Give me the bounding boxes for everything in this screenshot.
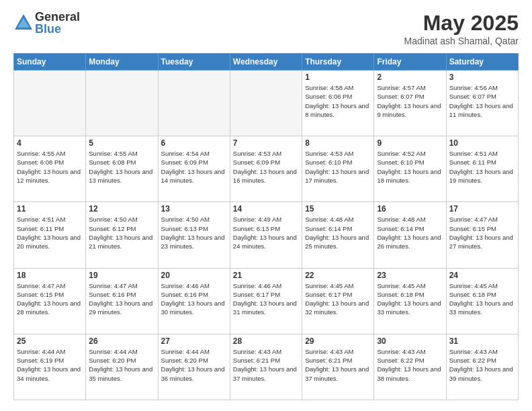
calendar-cell	[14, 71, 86, 136]
calendar-cell: 29Sunrise: 4:43 AM Sunset: 6:21 PM Dayli…	[302, 334, 374, 400]
day-info: Sunrise: 4:52 AM Sunset: 6:10 PM Dayligh…	[377, 149, 443, 185]
logo-icon	[13, 13, 34, 33]
calendar-cell: 23Sunrise: 4:45 AM Sunset: 6:18 PM Dayli…	[374, 268, 446, 334]
day-info: Sunrise: 4:55 AM Sunset: 6:08 PM Dayligh…	[17, 149, 83, 185]
day-number: 31	[449, 336, 515, 346]
day-number: 8	[305, 138, 371, 148]
day-info: Sunrise: 4:44 AM Sunset: 6:19 PM Dayligh…	[17, 347, 83, 383]
calendar-cell: 14Sunrise: 4:49 AM Sunset: 6:13 PM Dayli…	[230, 202, 302, 268]
calendar-week-3: 11Sunrise: 4:51 AM Sunset: 6:11 PM Dayli…	[14, 202, 519, 268]
calendar-cell: 4Sunrise: 4:55 AM Sunset: 6:08 PM Daylig…	[14, 136, 86, 202]
calendar-cell: 12Sunrise: 4:50 AM Sunset: 6:12 PM Dayli…	[86, 202, 158, 268]
day-number: 22	[305, 271, 371, 280]
calendar-week-2: 4Sunrise: 4:55 AM Sunset: 6:08 PM Daylig…	[14, 136, 519, 202]
day-info: Sunrise: 4:54 AM Sunset: 6:09 PM Dayligh…	[161, 149, 227, 185]
day-info: Sunrise: 4:57 AM Sunset: 6:07 PM Dayligh…	[377, 83, 443, 119]
day-info: Sunrise: 4:51 AM Sunset: 6:11 PM Dayligh…	[17, 215, 83, 250]
day-number: 13	[161, 204, 227, 214]
day-number: 14	[233, 204, 299, 214]
day-number: 30	[377, 336, 443, 346]
day-info: Sunrise: 4:49 AM Sunset: 6:13 PM Dayligh…	[233, 215, 299, 250]
day-number: 6	[161, 138, 227, 148]
day-number: 20	[161, 271, 227, 280]
calendar-header-monday: Monday	[86, 54, 158, 71]
calendar-cell	[86, 71, 158, 136]
calendar-cell: 10Sunrise: 4:51 AM Sunset: 6:11 PM Dayli…	[446, 136, 518, 202]
day-info: Sunrise: 4:50 AM Sunset: 6:12 PM Dayligh…	[89, 215, 154, 250]
header: General Blue May 2025 Madinat ash Shamal…	[13, 11, 519, 46]
calendar-cell: 24Sunrise: 4:45 AM Sunset: 6:18 PM Dayli…	[446, 268, 518, 334]
day-number: 5	[89, 138, 154, 148]
day-number: 18	[17, 271, 83, 280]
day-number: 2	[377, 73, 443, 82]
calendar-cell: 19Sunrise: 4:47 AM Sunset: 6:16 PM Dayli…	[86, 268, 158, 334]
day-info: Sunrise: 4:43 AM Sunset: 6:22 PM Dayligh…	[377, 347, 443, 383]
calendar-cell: 17Sunrise: 4:47 AM Sunset: 6:15 PM Dayli…	[446, 202, 518, 268]
calendar-cell: 5Sunrise: 4:55 AM Sunset: 6:08 PM Daylig…	[86, 136, 158, 202]
day-number: 24	[449, 271, 515, 280]
day-info: Sunrise: 4:47 AM Sunset: 6:15 PM Dayligh…	[17, 281, 83, 317]
logo-text: General Blue	[35, 11, 80, 35]
calendar-cell: 16Sunrise: 4:48 AM Sunset: 6:14 PM Dayli…	[374, 202, 446, 268]
calendar-cell: 26Sunrise: 4:44 AM Sunset: 6:20 PM Dayli…	[86, 334, 158, 400]
day-number: 29	[305, 336, 371, 346]
day-info: Sunrise: 4:48 AM Sunset: 6:14 PM Dayligh…	[377, 215, 443, 250]
page: General Blue May 2025 Madinat ash Shamal…	[0, 0, 532, 411]
day-info: Sunrise: 4:44 AM Sunset: 6:20 PM Dayligh…	[161, 347, 227, 383]
day-info: Sunrise: 4:43 AM Sunset: 6:21 PM Dayligh…	[305, 347, 371, 383]
calendar-header-friday: Friday	[374, 54, 446, 71]
logo-blue: Blue	[35, 23, 80, 35]
calendar-cell	[230, 71, 302, 136]
calendar-header-saturday: Saturday	[446, 54, 518, 71]
calendar-cell: 21Sunrise: 4:46 AM Sunset: 6:17 PM Dayli…	[230, 268, 302, 334]
calendar-header-thursday: Thursday	[302, 54, 374, 71]
calendar-cell: 6Sunrise: 4:54 AM Sunset: 6:09 PM Daylig…	[158, 136, 230, 202]
calendar-header-tuesday: Tuesday	[158, 54, 230, 71]
calendar-cell: 7Sunrise: 4:53 AM Sunset: 6:09 PM Daylig…	[230, 136, 302, 202]
calendar-week-4: 18Sunrise: 4:47 AM Sunset: 6:15 PM Dayli…	[14, 268, 519, 334]
day-info: Sunrise: 4:47 AM Sunset: 6:16 PM Dayligh…	[89, 281, 154, 317]
calendar-cell: 1Sunrise: 4:58 AM Sunset: 6:06 PM Daylig…	[302, 71, 374, 136]
day-info: Sunrise: 4:45 AM Sunset: 6:18 PM Dayligh…	[449, 281, 515, 317]
day-number: 26	[89, 336, 154, 346]
day-info: Sunrise: 4:47 AM Sunset: 6:15 PM Dayligh…	[449, 215, 515, 250]
day-info: Sunrise: 4:45 AM Sunset: 6:17 PM Dayligh…	[305, 281, 371, 317]
calendar-cell: 22Sunrise: 4:45 AM Sunset: 6:17 PM Dayli…	[302, 268, 374, 334]
day-info: Sunrise: 4:51 AM Sunset: 6:11 PM Dayligh…	[449, 149, 515, 185]
day-number: 1	[305, 73, 371, 82]
day-info: Sunrise: 4:46 AM Sunset: 6:17 PM Dayligh…	[233, 281, 299, 317]
day-number: 12	[89, 204, 154, 214]
calendar-cell: 27Sunrise: 4:44 AM Sunset: 6:20 PM Dayli…	[158, 334, 230, 400]
calendar-header-sunday: Sunday	[14, 54, 86, 71]
day-info: Sunrise: 4:53 AM Sunset: 6:09 PM Dayligh…	[233, 149, 299, 185]
calendar-cell: 9Sunrise: 4:52 AM Sunset: 6:10 PM Daylig…	[374, 136, 446, 202]
day-info: Sunrise: 4:44 AM Sunset: 6:20 PM Dayligh…	[89, 347, 154, 383]
day-number: 25	[17, 336, 83, 346]
calendar-cell: 3Sunrise: 4:56 AM Sunset: 6:07 PM Daylig…	[446, 71, 518, 136]
day-info: Sunrise: 4:53 AM Sunset: 6:10 PM Dayligh…	[305, 149, 371, 185]
calendar-cell: 11Sunrise: 4:51 AM Sunset: 6:11 PM Dayli…	[14, 202, 86, 268]
calendar-header-row: SundayMondayTuesdayWednesdayThursdayFrid…	[14, 54, 519, 71]
day-info: Sunrise: 4:55 AM Sunset: 6:08 PM Dayligh…	[89, 149, 154, 185]
day-number: 28	[233, 336, 299, 346]
calendar-header-wednesday: Wednesday	[230, 54, 302, 71]
calendar-week-1: 1Sunrise: 4:58 AM Sunset: 6:06 PM Daylig…	[14, 71, 519, 136]
day-info: Sunrise: 4:50 AM Sunset: 6:13 PM Dayligh…	[161, 215, 227, 250]
calendar-cell: 18Sunrise: 4:47 AM Sunset: 6:15 PM Dayli…	[14, 268, 86, 334]
day-number: 10	[449, 138, 515, 148]
day-info: Sunrise: 4:45 AM Sunset: 6:18 PM Dayligh…	[377, 281, 443, 317]
day-info: Sunrise: 4:46 AM Sunset: 6:16 PM Dayligh…	[161, 281, 227, 317]
day-number: 15	[305, 204, 371, 214]
day-number: 11	[17, 204, 83, 214]
day-info: Sunrise: 4:48 AM Sunset: 6:14 PM Dayligh…	[305, 215, 371, 250]
title-location: Madinat ash Shamal, Qatar	[404, 36, 519, 46]
calendar-cell: 30Sunrise: 4:43 AM Sunset: 6:22 PM Dayli…	[374, 334, 446, 400]
calendar-table: SundayMondayTuesdayWednesdayThursdayFrid…	[13, 53, 519, 400]
calendar-cell: 28Sunrise: 4:43 AM Sunset: 6:21 PM Dayli…	[230, 334, 302, 400]
title-block: May 2025 Madinat ash Shamal, Qatar	[404, 11, 519, 46]
calendar-cell: 31Sunrise: 4:43 AM Sunset: 6:22 PM Dayli…	[446, 334, 518, 400]
title-month: May 2025	[404, 11, 519, 36]
calendar-cell: 13Sunrise: 4:50 AM Sunset: 6:13 PM Dayli…	[158, 202, 230, 268]
day-number: 21	[233, 271, 299, 280]
day-info: Sunrise: 4:58 AM Sunset: 6:06 PM Dayligh…	[305, 83, 371, 119]
